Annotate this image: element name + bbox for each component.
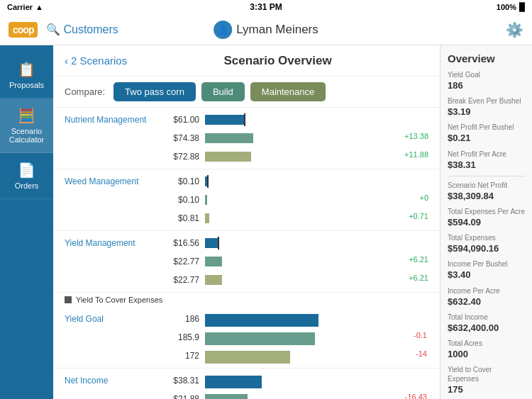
user-avatar: 👤 <box>214 21 232 39</box>
nutrient-value-3: $72.88 <box>157 152 199 162</box>
main-layout: 📋 Proposals 🧮 Scenario Calculator 📄 Orde… <box>0 45 532 399</box>
orders-icon: 📄 <box>18 162 35 179</box>
status-right: 100% ▉ <box>497 3 525 12</box>
yield-mgmt-row-3: $22.77 +6.21 <box>65 271 428 289</box>
compare-bar: Compare: Two pass corn Build Maintenance <box>53 77 440 108</box>
proposals-icon: 📋 <box>18 61 35 78</box>
yield-mgmt-vline <box>218 237 219 249</box>
time-label: 3:31 PM <box>250 2 282 12</box>
sidebar-item-scenario-calculator[interactable]: 🧮 Scenario Calculator <box>0 99 53 153</box>
net-profit-acre-label: Net Profit Per Acre <box>448 150 525 159</box>
yield-mgmt-label: Yield Management <box>65 238 157 248</box>
chevron-left-icon: ‹ <box>65 55 68 67</box>
nutrient-bar-area-3: +11.88 <box>205 150 428 163</box>
overview-title: Overview <box>448 52 525 64</box>
customers-label: Customers <box>63 23 118 36</box>
wifi-icon: ▲ <box>35 3 43 11</box>
user-name: Lyman Meiners <box>236 23 318 37</box>
carrier-label: Carrier <box>7 3 33 11</box>
panel-divider-1 <box>448 176 525 176</box>
nutrient-diff-2: +13.38 <box>404 132 428 140</box>
yield-mgmt-value-2: $22.77 <box>157 257 199 266</box>
yield-goal-bar-area-3: -14 <box>205 349 428 362</box>
yield-mgmt-bar-2 <box>205 257 222 266</box>
weed-bar-2 <box>205 195 207 205</box>
income-per-bushel-value: $3.40 <box>448 269 525 281</box>
maintenance-button[interactable]: Maintenance <box>250 82 326 101</box>
ytc-header-label: Yield To Cover Expenses <box>76 296 162 304</box>
yield-goal-value-3: 172 <box>157 351 199 361</box>
weed-diff-2: +0 <box>419 193 428 202</box>
weed-value-1: $0.10 <box>157 176 199 186</box>
search-icon: 🔍 <box>46 23 60 36</box>
nutrient-row-1: Nutrient Management $61.00 <box>65 111 428 129</box>
build-button[interactable]: Build <box>201 82 245 101</box>
sidebar-item-proposals[interactable]: 📋 Proposals <box>0 52 53 99</box>
total-expenses-label: Total Expenses <box>448 233 525 242</box>
net-income-section: Net Income $38.31 $21.88 -16.43 <box>53 369 440 399</box>
weed-management-section: Weed Management $0.10 $0.10 +0 <box>53 169 440 231</box>
net-profit-bushel-value: $0.21 <box>448 132 525 145</box>
nutrient-value-2: $74.38 <box>157 133 199 143</box>
back-label: 2 Scenarios <box>71 55 127 67</box>
status-left: Carrier ▲ <box>7 3 43 11</box>
total-income-value: $632,400.00 <box>448 322 525 335</box>
sidebar: 📋 Proposals 🧮 Scenario Calculator 📄 Orde… <box>0 45 53 399</box>
yield-mgmt-row-1: Yield Management $16.56 <box>65 234 428 252</box>
weed-vline <box>207 175 209 188</box>
settings-button[interactable]: ⚙️ <box>506 21 523 38</box>
yield-mgmt-row-2: $22.77 +6.21 <box>65 252 428 271</box>
net-income-diff-2: -16.43 <box>405 393 427 399</box>
yield-goal-panel-label: Yield Goal <box>448 70 525 79</box>
yield-goal-row-2: 185.9 -0.1 <box>65 328 428 347</box>
sidebar-item-orders[interactable]: 📄 Orders <box>0 153 53 199</box>
back-button[interactable]: ‹ 2 Scenarios <box>65 55 127 67</box>
nutrient-bar-area-2: +13.38 <box>205 132 428 145</box>
yield-mgmt-diff-3: +6.21 <box>409 274 428 282</box>
nutrient-label: Nutrient Management <box>65 115 157 125</box>
weed-bar-area-1 <box>205 175 428 188</box>
weed-row-1: Weed Management $0.10 <box>65 172 428 191</box>
yield-goal-bar-3 <box>205 351 290 364</box>
yield-goal-bar-area-1 <box>205 313 428 325</box>
yield-goal-value-2: 185.9 <box>157 332 199 342</box>
user-nav: 👤 Lyman Meiners <box>214 21 318 39</box>
nutrient-diff-3: +11.88 <box>404 150 428 159</box>
yield-mgmt-value-3: $22.77 <box>157 275 199 285</box>
nutrient-bar-1 <box>205 115 244 125</box>
customers-nav-button[interactable]: 🔍 Customers <box>46 23 118 36</box>
income-per-bushel-label: Income Per Bushel <box>448 259 525 269</box>
status-bar: Carrier ▲ 3:31 PM 100% ▉ <box>0 0 532 14</box>
nutrient-vline <box>244 113 245 126</box>
scroll-content[interactable]: Nutrient Management $61.00 $74.38 +13.38 <box>53 108 440 399</box>
nutrient-bar-2 <box>205 133 253 143</box>
break-even-label: Break Even Per Bushel <box>448 96 525 106</box>
weed-value-3: $0.81 <box>157 213 199 223</box>
nutrient-row-3: $72.88 +11.88 <box>65 147 428 166</box>
yield-goal-bar-1 <box>205 314 318 327</box>
total-expenses-acre-value: $594.09 <box>448 216 525 229</box>
compare-label: Compare: <box>65 86 105 97</box>
yield-goal-panel-value: 186 <box>448 79 525 92</box>
yield-goal-value-1: 186 <box>157 314 199 324</box>
scenario-net-profit-label: Scenario Net Profit <box>448 181 525 190</box>
weed-bar-area-3: +0.71 <box>205 212 428 225</box>
yield-mgmt-bar-3 <box>205 275 222 285</box>
weed-row-2: $0.10 +0 <box>65 191 428 209</box>
yield-mgmt-diff-2: +6.21 <box>409 255 428 264</box>
yield-mgmt-value-1: $16.56 <box>157 238 199 248</box>
total-expenses-acre-label: Total Expenses Per Acre <box>448 207 525 216</box>
net-income-value-2: $21.88 <box>157 394 199 399</box>
yield-mgmt-bar-area-2: +6.21 <box>205 255 428 268</box>
total-expenses-value: $594,090.16 <box>448 242 525 255</box>
battery-label: 100% <box>497 3 516 11</box>
yield-mgmt-bar-1 <box>205 238 218 248</box>
total-acres-label: Total Acres <box>448 339 525 348</box>
coop-logo: coop <box>9 22 38 38</box>
overview-panel: Overview Yield Goal 186 Break Even Per B… <box>440 45 532 399</box>
weed-bar-area-2: +0 <box>205 193 428 206</box>
two-pass-corn-button[interactable]: Two pass corn <box>113 82 196 101</box>
nutrient-row-2: $74.38 +13.38 <box>65 129 428 147</box>
ytc-square-icon <box>65 296 72 303</box>
yield-mgmt-bar-area-1 <box>205 237 428 249</box>
